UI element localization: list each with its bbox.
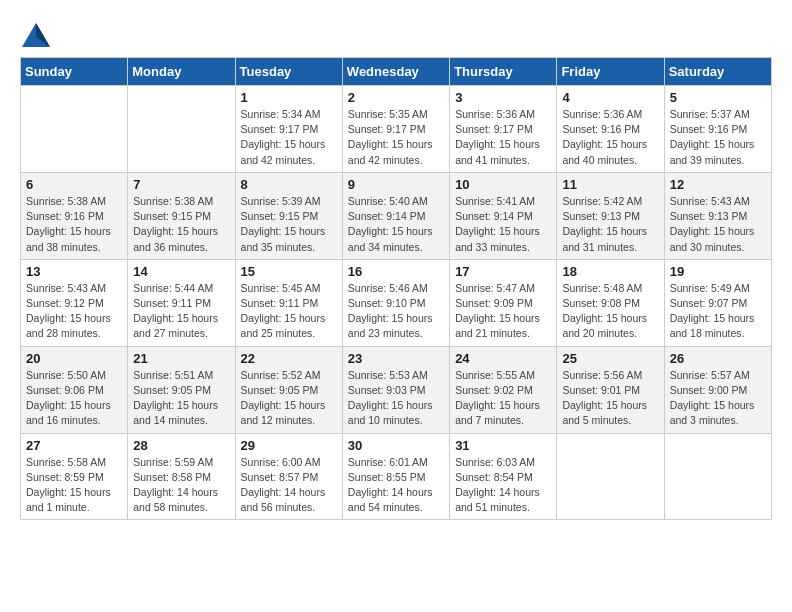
- day-number: 27: [26, 438, 122, 453]
- day-info: Sunrise: 6:03 AM Sunset: 8:54 PM Dayligh…: [455, 455, 551, 516]
- calendar-cell: 10Sunrise: 5:41 AM Sunset: 9:14 PM Dayli…: [450, 172, 557, 259]
- day-number: 26: [670, 351, 766, 366]
- calendar-header-row: SundayMondayTuesdayWednesdayThursdayFrid…: [21, 58, 772, 86]
- day-number: 1: [241, 90, 337, 105]
- calendar-table: SundayMondayTuesdayWednesdayThursdayFrid…: [20, 57, 772, 520]
- day-number: 31: [455, 438, 551, 453]
- calendar-cell: 11Sunrise: 5:42 AM Sunset: 9:13 PM Dayli…: [557, 172, 664, 259]
- day-info: Sunrise: 5:42 AM Sunset: 9:13 PM Dayligh…: [562, 194, 658, 255]
- day-number: 4: [562, 90, 658, 105]
- calendar-week-row: 13Sunrise: 5:43 AM Sunset: 9:12 PM Dayli…: [21, 259, 772, 346]
- day-info: Sunrise: 5:43 AM Sunset: 9:13 PM Dayligh…: [670, 194, 766, 255]
- col-header-tuesday: Tuesday: [235, 58, 342, 86]
- calendar-cell: 12Sunrise: 5:43 AM Sunset: 9:13 PM Dayli…: [664, 172, 771, 259]
- day-info: Sunrise: 5:41 AM Sunset: 9:14 PM Dayligh…: [455, 194, 551, 255]
- day-info: Sunrise: 5:51 AM Sunset: 9:05 PM Dayligh…: [133, 368, 229, 429]
- calendar-cell: 18Sunrise: 5:48 AM Sunset: 9:08 PM Dayli…: [557, 259, 664, 346]
- day-info: Sunrise: 5:48 AM Sunset: 9:08 PM Dayligh…: [562, 281, 658, 342]
- day-number: 24: [455, 351, 551, 366]
- day-info: Sunrise: 5:58 AM Sunset: 8:59 PM Dayligh…: [26, 455, 122, 516]
- col-header-monday: Monday: [128, 58, 235, 86]
- calendar-cell: 17Sunrise: 5:47 AM Sunset: 9:09 PM Dayli…: [450, 259, 557, 346]
- calendar-cell: 23Sunrise: 5:53 AM Sunset: 9:03 PM Dayli…: [342, 346, 449, 433]
- day-number: 16: [348, 264, 444, 279]
- calendar-cell: 27Sunrise: 5:58 AM Sunset: 8:59 PM Dayli…: [21, 433, 128, 520]
- day-number: 14: [133, 264, 229, 279]
- day-info: Sunrise: 5:52 AM Sunset: 9:05 PM Dayligh…: [241, 368, 337, 429]
- calendar-cell: [664, 433, 771, 520]
- day-number: 5: [670, 90, 766, 105]
- day-number: 3: [455, 90, 551, 105]
- day-info: Sunrise: 5:47 AM Sunset: 9:09 PM Dayligh…: [455, 281, 551, 342]
- calendar-cell: 14Sunrise: 5:44 AM Sunset: 9:11 PM Dayli…: [128, 259, 235, 346]
- day-number: 28: [133, 438, 229, 453]
- col-header-thursday: Thursday: [450, 58, 557, 86]
- calendar-cell: 26Sunrise: 5:57 AM Sunset: 9:00 PM Dayli…: [664, 346, 771, 433]
- calendar-cell: 9Sunrise: 5:40 AM Sunset: 9:14 PM Daylig…: [342, 172, 449, 259]
- day-info: Sunrise: 5:56 AM Sunset: 9:01 PM Dayligh…: [562, 368, 658, 429]
- day-number: 13: [26, 264, 122, 279]
- day-number: 11: [562, 177, 658, 192]
- calendar-cell: 13Sunrise: 5:43 AM Sunset: 9:12 PM Dayli…: [21, 259, 128, 346]
- day-info: Sunrise: 5:50 AM Sunset: 9:06 PM Dayligh…: [26, 368, 122, 429]
- day-info: Sunrise: 5:39 AM Sunset: 9:15 PM Dayligh…: [241, 194, 337, 255]
- calendar-week-row: 27Sunrise: 5:58 AM Sunset: 8:59 PM Dayli…: [21, 433, 772, 520]
- day-number: 10: [455, 177, 551, 192]
- day-number: 19: [670, 264, 766, 279]
- day-info: Sunrise: 5:35 AM Sunset: 9:17 PM Dayligh…: [348, 107, 444, 168]
- calendar-cell: 2Sunrise: 5:35 AM Sunset: 9:17 PM Daylig…: [342, 86, 449, 173]
- calendar-cell: [128, 86, 235, 173]
- day-info: Sunrise: 5:40 AM Sunset: 9:14 PM Dayligh…: [348, 194, 444, 255]
- logo: [20, 20, 52, 41]
- page-header: [20, 20, 772, 41]
- calendar-cell: 24Sunrise: 5:55 AM Sunset: 9:02 PM Dayli…: [450, 346, 557, 433]
- day-info: Sunrise: 5:38 AM Sunset: 9:15 PM Dayligh…: [133, 194, 229, 255]
- day-number: 20: [26, 351, 122, 366]
- day-number: 21: [133, 351, 229, 366]
- day-number: 8: [241, 177, 337, 192]
- day-info: Sunrise: 6:01 AM Sunset: 8:55 PM Dayligh…: [348, 455, 444, 516]
- day-number: 23: [348, 351, 444, 366]
- day-info: Sunrise: 5:53 AM Sunset: 9:03 PM Dayligh…: [348, 368, 444, 429]
- calendar-cell: 19Sunrise: 5:49 AM Sunset: 9:07 PM Dayli…: [664, 259, 771, 346]
- calendar-cell: 29Sunrise: 6:00 AM Sunset: 8:57 PM Dayli…: [235, 433, 342, 520]
- day-info: Sunrise: 5:37 AM Sunset: 9:16 PM Dayligh…: [670, 107, 766, 168]
- day-number: 29: [241, 438, 337, 453]
- calendar-cell: 31Sunrise: 6:03 AM Sunset: 8:54 PM Dayli…: [450, 433, 557, 520]
- calendar-cell: 3Sunrise: 5:36 AM Sunset: 9:17 PM Daylig…: [450, 86, 557, 173]
- calendar-week-row: 6Sunrise: 5:38 AM Sunset: 9:16 PM Daylig…: [21, 172, 772, 259]
- col-header-wednesday: Wednesday: [342, 58, 449, 86]
- calendar-cell: [557, 433, 664, 520]
- day-number: 7: [133, 177, 229, 192]
- day-info: Sunrise: 5:55 AM Sunset: 9:02 PM Dayligh…: [455, 368, 551, 429]
- calendar-week-row: 20Sunrise: 5:50 AM Sunset: 9:06 PM Dayli…: [21, 346, 772, 433]
- day-number: 6: [26, 177, 122, 192]
- col-header-saturday: Saturday: [664, 58, 771, 86]
- day-info: Sunrise: 5:36 AM Sunset: 9:16 PM Dayligh…: [562, 107, 658, 168]
- day-number: 22: [241, 351, 337, 366]
- day-info: Sunrise: 5:57 AM Sunset: 9:00 PM Dayligh…: [670, 368, 766, 429]
- calendar-cell: 20Sunrise: 5:50 AM Sunset: 9:06 PM Dayli…: [21, 346, 128, 433]
- calendar-cell: 4Sunrise: 5:36 AM Sunset: 9:16 PM Daylig…: [557, 86, 664, 173]
- day-info: Sunrise: 5:44 AM Sunset: 9:11 PM Dayligh…: [133, 281, 229, 342]
- calendar-cell: 22Sunrise: 5:52 AM Sunset: 9:05 PM Dayli…: [235, 346, 342, 433]
- calendar-cell: 8Sunrise: 5:39 AM Sunset: 9:15 PM Daylig…: [235, 172, 342, 259]
- day-info: Sunrise: 5:45 AM Sunset: 9:11 PM Dayligh…: [241, 281, 337, 342]
- col-header-friday: Friday: [557, 58, 664, 86]
- day-info: Sunrise: 5:38 AM Sunset: 9:16 PM Dayligh…: [26, 194, 122, 255]
- day-info: Sunrise: 5:46 AM Sunset: 9:10 PM Dayligh…: [348, 281, 444, 342]
- calendar-cell: 15Sunrise: 5:45 AM Sunset: 9:11 PM Dayli…: [235, 259, 342, 346]
- calendar-cell: 28Sunrise: 5:59 AM Sunset: 8:58 PM Dayli…: [128, 433, 235, 520]
- calendar-cell: 25Sunrise: 5:56 AM Sunset: 9:01 PM Dayli…: [557, 346, 664, 433]
- day-info: Sunrise: 5:36 AM Sunset: 9:17 PM Dayligh…: [455, 107, 551, 168]
- calendar-cell: 21Sunrise: 5:51 AM Sunset: 9:05 PM Dayli…: [128, 346, 235, 433]
- day-number: 17: [455, 264, 551, 279]
- day-number: 2: [348, 90, 444, 105]
- calendar-cell: 5Sunrise: 5:37 AM Sunset: 9:16 PM Daylig…: [664, 86, 771, 173]
- day-info: Sunrise: 5:59 AM Sunset: 8:58 PM Dayligh…: [133, 455, 229, 516]
- calendar-cell: 7Sunrise: 5:38 AM Sunset: 9:15 PM Daylig…: [128, 172, 235, 259]
- day-info: Sunrise: 5:43 AM Sunset: 9:12 PM Dayligh…: [26, 281, 122, 342]
- calendar-week-row: 1Sunrise: 5:34 AM Sunset: 9:17 PM Daylig…: [21, 86, 772, 173]
- logo-icon: [20, 21, 48, 41]
- day-number: 25: [562, 351, 658, 366]
